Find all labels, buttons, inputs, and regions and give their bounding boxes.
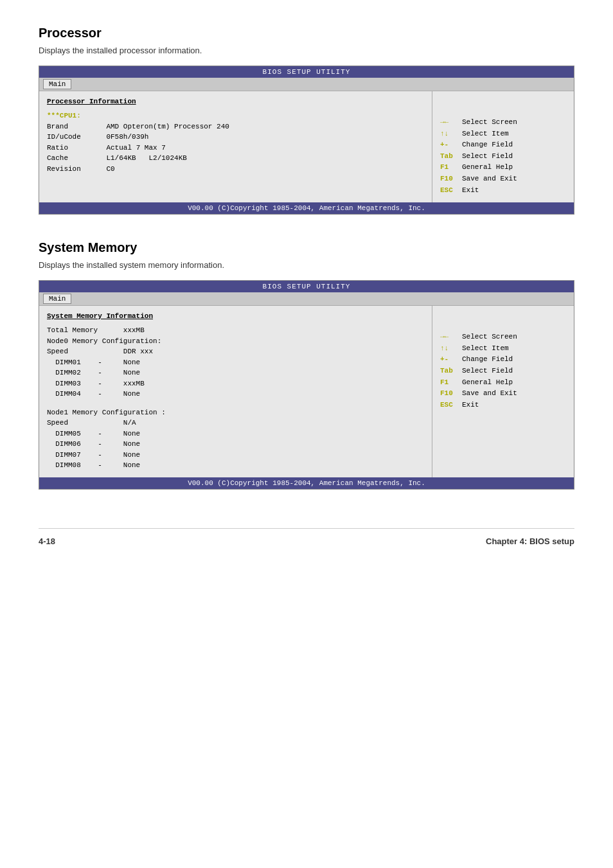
memory-bios-left: System Memory Information Total Memory x… — [39, 306, 432, 477]
memory-bios-box: BIOS SETUP UTILITY Main System Memory In… — [39, 280, 574, 490]
processor-bios-right: →← Select Screen ↑↓ Select Item +- Chang… — [432, 91, 574, 202]
mem-help-key-esc: ESC — [440, 400, 459, 411]
mem-help-desc-5: General Help — [462, 377, 513, 389]
processor-title: Processor — [39, 26, 574, 40]
help-line-3: +- Change Field — [440, 139, 566, 151]
mem-help-key-tab: Tab — [440, 366, 459, 377]
dimm02-line: DIMM02 - None — [47, 368, 424, 378]
dimm08-line: DIMM08 - None — [47, 460, 424, 471]
help-key-f1: F1 — [440, 162, 459, 173]
processor-bios-footer: V00.00 (C)Copyright 1985-2004, American … — [39, 202, 574, 214]
processor-brand: Brand AMD Opteron(tm) Processor 240 — [47, 121, 424, 132]
processor-tab-bar: Main — [39, 78, 574, 91]
mem-help-desc-1: Select Screen — [462, 332, 517, 343]
processor-main-tab[interactable]: Main — [43, 79, 71, 89]
help-key-f10: F10 — [440, 173, 459, 185]
processor-id: ID/uCode 0F58h/039h — [47, 132, 424, 143]
memory-bios-right: →← Select Screen ↑↓ Select Item +- Chang… — [432, 306, 574, 477]
mem-help-desc-4: Select Field — [462, 366, 513, 377]
total-memory-line: Total Memory xxxMB — [47, 325, 424, 336]
help-key-esc: ESC — [440, 185, 459, 197]
help-line-6: F10 Save and Exit — [440, 173, 566, 185]
page-footer: 4-18 Chapter 4: BIOS setup — [39, 528, 574, 546]
processor-bios-header: BIOS SETUP UTILITY — [39, 66, 574, 78]
processor-revision: Revision C0 — [47, 164, 424, 175]
help-line-1: →← Select Screen — [440, 117, 566, 128]
processor-info-title: Processor Information — [47, 98, 424, 105]
memory-title: System Memory — [39, 240, 574, 255]
mem-help-line-1: →← Select Screen — [440, 332, 566, 343]
memory-main-tab[interactable]: Main — [43, 294, 71, 304]
processor-help: →← Select Screen ↑↓ Select Item +- Chang… — [440, 117, 566, 196]
help-key-tab: Tab — [440, 151, 459, 163]
memory-tab-bar: Main — [39, 292, 574, 306]
mem-help-line-4: Tab Select Field — [440, 366, 566, 377]
mem-help-line-6: F10 Save and Exit — [440, 388, 566, 400]
processor-desc: Displays the installed processor informa… — [39, 46, 574, 55]
help-key-updown: ↑↓ — [440, 128, 459, 140]
help-desc-1: Select Screen — [462, 117, 517, 128]
memory-info-title: System Memory Information — [47, 312, 424, 320]
memory-help: →← Select Screen ↑↓ Select Item +- Chang… — [440, 332, 566, 411]
mem-help-line-2: ↑↓ Select Item — [440, 343, 566, 355]
help-desc-5: General Help — [462, 162, 513, 173]
help-line-4: Tab Select Field — [440, 151, 566, 163]
memory-bios-body: System Memory Information Total Memory x… — [39, 306, 574, 477]
mem-help-key-plusminus: +- — [440, 354, 459, 366]
mem-help-desc-2: Select Item — [462, 343, 509, 355]
dimm06-line: DIMM06 - None — [47, 439, 424, 450]
mem-help-key-updown: ↑↓ — [440, 343, 459, 355]
dimm07-line: DIMM07 - None — [47, 450, 424, 461]
help-desc-6: Save and Exit — [462, 173, 517, 185]
memory-section: System Memory Displays the installed sys… — [39, 240, 574, 490]
memory-bios-footer: V00.00 (C)Copyright 1985-2004, American … — [39, 477, 574, 489]
dimm03-line: DIMM03 - xxxMB — [47, 378, 424, 389]
help-line-2: ↑↓ Select Item — [440, 128, 566, 140]
help-line-5: F1 General Help — [440, 162, 566, 173]
mem-help-key-arrows: →← — [440, 332, 459, 343]
mem-help-line-7: ESC Exit — [440, 400, 566, 411]
cpu-label: ***CPU1: — [47, 111, 424, 121]
processor-cache: Cache L1/64KB L2/1024KB — [47, 153, 424, 164]
memory-bios-header: BIOS SETUP UTILITY — [39, 281, 574, 292]
dimm05-line: DIMM05 - None — [47, 429, 424, 439]
mem-help-key-f10: F10 — [440, 388, 459, 400]
dimm04-line: DIMM04 - None — [47, 389, 424, 400]
node1-label: Node1 Memory Configuration : — [47, 407, 424, 418]
page-number: 4-18 — [39, 536, 55, 546]
mem-help-desc-3: Change Field — [462, 354, 513, 366]
help-desc-7: Exit — [462, 185, 479, 197]
processor-bios-box: BIOS SETUP UTILITY Main Processor Inform… — [39, 66, 574, 215]
processor-bios-body: Processor Information ***CPU1: Brand AMD… — [39, 91, 574, 202]
help-desc-4: Select Field — [462, 151, 513, 163]
mem-help-line-3: +- Change Field — [440, 354, 566, 366]
mem-help-key-f1: F1 — [440, 377, 459, 389]
memory-desc: Displays the installed system memory inf… — [39, 260, 574, 270]
help-desc-3: Change Field — [462, 139, 513, 151]
node0-speed: Speed DDR xxx — [47, 346, 424, 357]
mem-help-desc-7: Exit — [462, 400, 479, 411]
processor-bios-left: Processor Information ***CPU1: Brand AMD… — [39, 91, 432, 202]
help-key-arrows: →← — [440, 117, 459, 128]
mem-help-line-5: F1 General Help — [440, 377, 566, 389]
help-line-7: ESC Exit — [440, 185, 566, 197]
mem-help-desc-6: Save and Exit — [462, 388, 517, 400]
chapter-label: Chapter 4: BIOS setup — [486, 536, 574, 546]
help-desc-2: Select Item — [462, 128, 509, 140]
node0-label: Node0 Memory Configuration: — [47, 336, 424, 347]
dimm01-line: DIMM01 - None — [47, 357, 424, 368]
processor-ratio: Ratio Actual 7 Max 7 — [47, 143, 424, 154]
processor-section: Processor Displays the installed process… — [39, 26, 574, 215]
help-key-plusminus: +- — [440, 139, 459, 151]
node1-speed: Speed N/A — [47, 418, 424, 429]
